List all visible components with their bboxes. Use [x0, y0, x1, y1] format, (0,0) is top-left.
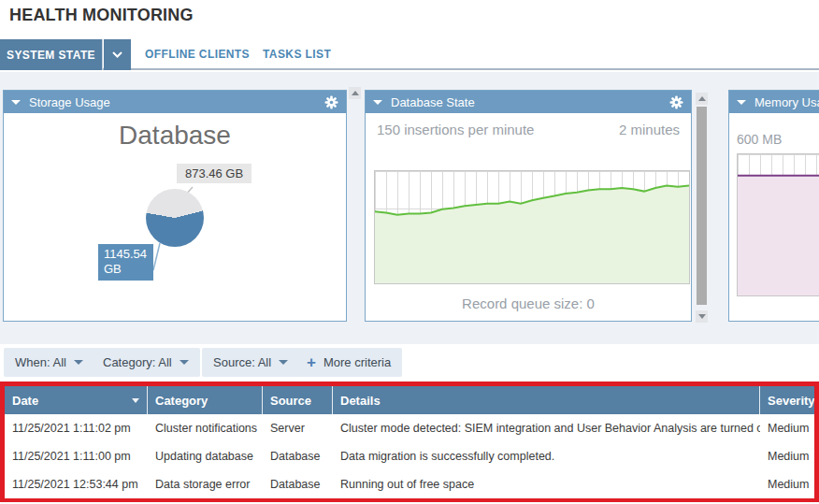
cell-details: Cluster mode detected: SIEM integration … — [333, 422, 760, 435]
memory-area-fill — [738, 176, 819, 295]
pie-label-free: 873.46 GB — [177, 164, 251, 183]
insertions-rate-label: 150 insertions per minute — [377, 122, 534, 137]
events-table: Date Category Source Details Severity 11… — [0, 382, 819, 502]
tab-bar: SYSTEM STATE OFFLINE CLIENTS TASKS LIST — [0, 39, 819, 70]
column-header-details[interactable]: Details — [333, 386, 760, 414]
column-header-category[interactable]: Category — [148, 386, 263, 414]
scroll-up-button[interactable] — [349, 87, 361, 99]
arrow-up-icon — [698, 96, 706, 101]
storage-usage-panel-header[interactable]: Storage Usage — [4, 91, 346, 113]
table-row[interactable]: 11/25/2021 1:11:00 pm Updating database … — [5, 442, 814, 470]
filter-when-label: When: All — [15, 355, 66, 369]
memory-usage-panel: Memory Usage 600 MB — [728, 90, 819, 322]
table-header-row: Date Category Source Details Severity — [5, 386, 814, 414]
column-header-source[interactable]: Source — [263, 386, 333, 414]
gear-icon[interactable] — [324, 95, 338, 109]
cell-date: 11/25/2021 1:11:02 pm — [5, 422, 148, 435]
filter-when-dropdown[interactable]: When: All — [4, 348, 94, 377]
arrow-down-icon — [698, 314, 706, 319]
cell-source: Database — [263, 478, 333, 491]
storage-chart-title: Database — [4, 121, 346, 151]
cell-date: 11/25/2021 1:11:00 pm — [5, 450, 148, 463]
database-chart-annotations: 150 insertions per minute 2 minutes — [377, 122, 680, 137]
memory-usage-panel-title: Memory Usage — [754, 95, 819, 109]
filter-source-dropdown[interactable]: Source: All — [202, 348, 299, 377]
column-header-date[interactable]: Date — [5, 386, 148, 414]
tab-tasks-list[interactable]: TASKS LIST — [263, 39, 331, 70]
more-criteria-label: More criteria — [323, 355, 391, 369]
scroll-up-button[interactable] — [696, 93, 708, 105]
arrow-up-icon — [352, 91, 359, 95]
panel-scrollbar[interactable] — [696, 93, 708, 323]
record-queue-label: Record queue size: 0 — [366, 295, 691, 311]
page-title: HEALTH MONITORING — [9, 6, 194, 25]
more-criteria-button[interactable]: + More criteria — [295, 348, 402, 377]
cell-severity: Medium — [760, 478, 814, 491]
table-row[interactable]: 11/25/2021 1:11:02 pm Cluster notificati… — [5, 414, 814, 442]
cell-category: Cluster notifications — [148, 422, 263, 435]
table-row[interactable]: 11/25/2021 12:53:44 pm Data storage erro… — [5, 470, 814, 498]
collapse-triangle-icon[interactable] — [373, 100, 382, 105]
storage-pie-chart[interactable] — [146, 189, 204, 247]
insertions-area-chart — [374, 170, 690, 284]
time-window-label: 2 minutes — [619, 122, 680, 137]
cell-details: Running out of free space — [333, 478, 760, 491]
cell-category: Updating database — [148, 450, 263, 463]
sort-descending-icon — [132, 398, 139, 403]
collapse-triangle-icon[interactable] — [11, 100, 21, 105]
cell-source: Database — [263, 450, 333, 463]
tab-offline-clients[interactable]: OFFLINE CLIENTS — [145, 39, 250, 70]
storage-usage-panel: Storage Usage Database 873.4 — [3, 90, 347, 322]
health-monitoring-page: HEALTH MONITORING SYSTEM STATE OFFLINE C… — [0, 0, 819, 504]
cell-severity: Medium — [760, 422, 814, 435]
cell-source: Server — [263, 422, 333, 435]
dropdown-caret-icon — [180, 360, 189, 365]
chevron-down-icon — [112, 51, 122, 58]
cell-details: Data migration is successfully completed… — [333, 450, 760, 463]
database-state-panel-title: Database State — [391, 95, 475, 109]
dropdown-caret-icon — [279, 360, 288, 365]
cell-severity: Medium — [760, 450, 814, 463]
cell-date: 11/25/2021 12:53:44 pm — [5, 478, 148, 491]
gear-icon[interactable] — [669, 95, 683, 109]
database-state-panel-header[interactable]: Database State — [366, 91, 691, 113]
scroll-down-button[interactable] — [696, 310, 708, 323]
tab-system-state[interactable]: SYSTEM STATE — [0, 39, 103, 70]
column-header-date-label: Date — [12, 394, 38, 408]
pie-label-used: 1145.54 GB — [98, 244, 153, 281]
storage-usage-panel-title: Storage Usage — [29, 95, 110, 109]
scrollbar-thumb[interactable] — [697, 107, 707, 305]
plus-icon: + — [307, 354, 316, 370]
tab-system-state-dropdown[interactable] — [104, 39, 131, 70]
column-header-severity[interactable]: Severity — [760, 386, 814, 414]
database-state-panel: Database State 150 insertions per minute… — [365, 90, 692, 322]
memory-usage-panel-header[interactable]: Memory Usage — [729, 91, 819, 113]
filter-category-dropdown[interactable]: Category: All — [92, 348, 200, 377]
collapse-triangle-icon[interactable] — [737, 100, 746, 105]
memory-max-label: 600 MB — [737, 132, 782, 147]
dropdown-caret-icon — [74, 360, 83, 365]
filter-source-label: Source: All — [213, 355, 271, 369]
filter-category-label: Category: All — [103, 355, 172, 369]
tab-system-state-label: SYSTEM STATE — [7, 49, 95, 62]
memory-area-chart — [737, 153, 819, 296]
cell-category: Data storage error — [148, 478, 263, 491]
